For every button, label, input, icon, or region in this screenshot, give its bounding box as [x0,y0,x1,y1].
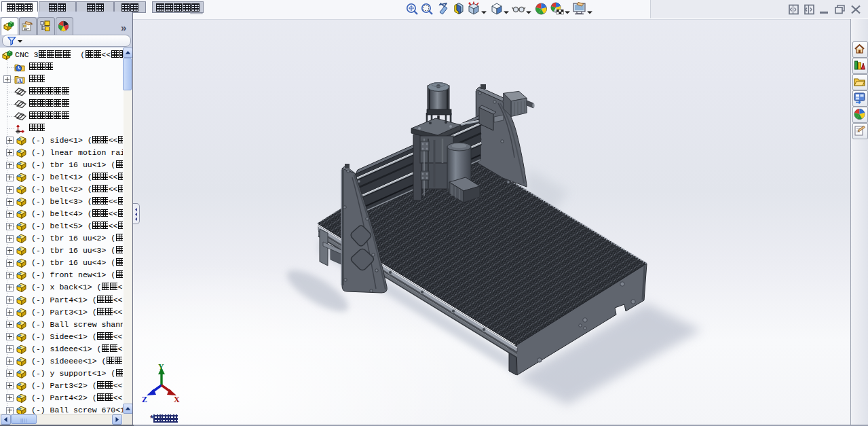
svg-text:Z: Z [142,395,147,404]
svg-text:X: X [174,395,180,404]
svg-text:Y: Y [158,362,164,372]
